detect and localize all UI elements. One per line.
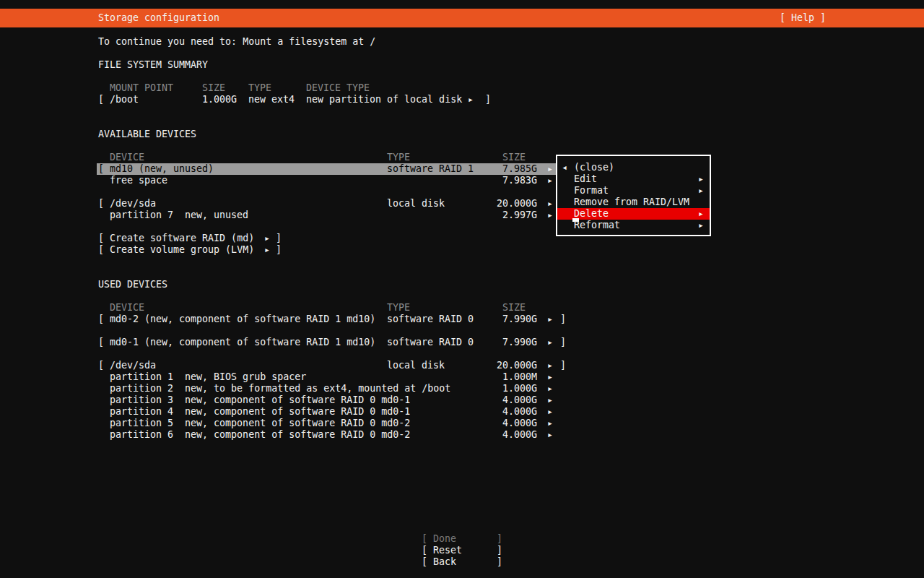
chevron-right-icon: ▸ — [698, 185, 704, 197]
chevron-right-icon: ▸ — [264, 233, 270, 244]
avail-row-sda-size: 20.000G — [450, 198, 537, 210]
chevron-right-icon: ▸ — [698, 220, 704, 231]
fs-row-boot-type: new ext4 — [248, 94, 295, 105]
fs-col-device-type: DEVICE TYPE — [306, 82, 370, 94]
row-partition7[interactable]: partition 7 new, unused — [110, 210, 248, 221]
menu-item-reformat: Reformat — [574, 220, 620, 231]
chevron-right-icon: ▸ — [698, 173, 704, 185]
help-button[interactable]: [ Help ] — [780, 12, 826, 24]
chevron-right-icon: ▸ — [547, 394, 553, 406]
storage-configuration-screen: { "palette": {"accent":"#e95420","danger… — [0, 0, 924, 578]
fs-row-boot-size: 1.000G — [202, 94, 237, 105]
row-partition6-size: 4.000G — [450, 429, 537, 441]
done-button: [ Done ] — [422, 533, 502, 545]
chevron-right-icon: ▸ — [547, 418, 553, 429]
fs-col-type: TYPE — [248, 82, 271, 94]
reset-button[interactable]: [ Reset ] — [422, 545, 502, 556]
row-partition7-size: 2.997G — [450, 210, 537, 221]
chevron-right-icon: ▸ — [264, 244, 270, 256]
menu-item-close[interactable]: (close) — [574, 162, 614, 173]
chevron-right-icon: ▸ — [547, 210, 553, 221]
chevron-right-icon: ▸ — [547, 429, 553, 441]
chevron-right-icon: ▸ — [547, 371, 553, 383]
row-md0-2-close-bracket: ] — [560, 314, 566, 325]
continue-requirement-text: To continue you need to: Mount a filesys… — [98, 36, 375, 48]
chevron-right-icon: ▸ — [547, 406, 553, 418]
row-partition3[interactable]: partition 3 new, component of software R… — [110, 394, 410, 406]
back-button[interactable]: [ Back ] — [422, 556, 502, 568]
avail-row-sda-type: local disk — [387, 198, 445, 210]
menu-item-remove-from-raid-lvm: Remove from RAID/LVM — [574, 197, 689, 208]
fs-row-boot-device-type: new partition of local disk — [306, 94, 462, 105]
used-row-sda[interactable]: [ /dev/sda — [98, 360, 156, 371]
row-md0-1-size: 7.990G — [450, 337, 537, 348]
avail-col-size: SIZE — [502, 152, 526, 163]
create-volume-group-button[interactable]: [ Create volume group (LVM) — [98, 244, 254, 256]
avail-row-sda[interactable]: [ /dev/sda — [98, 198, 156, 210]
row-partition5[interactable]: partition 5 new, component of software R… — [110, 418, 410, 429]
row-partition2[interactable]: partition 2 new, to be formatted as ext4… — [110, 383, 450, 394]
row-md0-2-size: 7.990G — [450, 314, 537, 325]
used-col-device: DEVICE — [110, 302, 144, 314]
row-free-space[interactable]: free space — [110, 175, 167, 186]
row-partition5-size: 4.000G — [450, 418, 537, 429]
chevron-right-icon: ▸ — [547, 337, 553, 348]
chevron-left-icon: ◂ — [562, 162, 567, 173]
delete-label-rest: elete — [580, 208, 609, 219]
row-md0-1[interactable]: [ md0-1 (new, component of software RAID… — [98, 337, 375, 348]
used-row-sda-close-bracket: ] — [560, 360, 566, 371]
menu-item-edit[interactable]: Edit — [574, 173, 597, 185]
create-software-raid-close-bracket: ] — [276, 233, 282, 244]
row-md10-focused[interactable]: [ md10 (new, unused) software RAID 1 7.9… — [97, 163, 556, 175]
fs-col-mount-point: MOUNT POINT — [110, 82, 173, 94]
row-partition3-size: 4.000G — [450, 394, 537, 406]
delete-hotkey: D — [574, 208, 580, 219]
chevron-right-icon: ▸ — [468, 94, 474, 105]
used-col-type: TYPE — [387, 302, 410, 314]
row-partition4[interactable]: partition 4 new, component of software R… — [110, 406, 410, 418]
row-partition1[interactable]: partition 1 new, BIOS grub spacer — [110, 371, 306, 383]
used-col-size: SIZE — [502, 302, 526, 314]
available-devices-heading: AVAILABLE DEVICES — [98, 129, 196, 140]
avail-col-type: TYPE — [387, 152, 410, 163]
chevron-right-icon: ▸ — [547, 360, 553, 371]
page-title: Storage configuration — [98, 12, 219, 24]
used-row-sda-size: 20.000G — [450, 360, 537, 371]
used-row-sda-type: local disk — [387, 360, 445, 371]
menu-item-format[interactable]: Format — [574, 185, 609, 197]
chevron-right-icon: ▸ — [547, 175, 553, 186]
titlebar: Storage configuration [ Help ] — [0, 9, 924, 27]
chevron-right-icon: ▸ — [698, 208, 704, 220]
device-context-menu: ◂ (close) Edit ▸ Format ▸ Remove from RA… — [556, 155, 711, 236]
chevron-right-icon: ▸ — [547, 198, 553, 210]
row-partition4-size: 4.000G — [450, 406, 537, 418]
row-md0-2[interactable]: [ md0-2 (new, component of software RAID… — [98, 314, 375, 325]
row-md10-size: 7.985G — [450, 163, 537, 175]
create-volume-group-close-bracket: ] — [276, 244, 282, 256]
used-devices-heading: USED DEVICES — [98, 279, 167, 290]
fs-row-boot-close-bracket: ] — [485, 94, 491, 105]
row-partition2-size: 1.000G — [450, 383, 537, 394]
row-partition1-size: 1.000M — [450, 371, 537, 383]
row-partition6[interactable]: partition 6 new, component of software R… — [110, 429, 410, 441]
fs-col-size: SIZE — [202, 82, 225, 94]
chevron-right-icon: ▸ — [547, 314, 553, 325]
row-free-space-size: 7.983G — [450, 175, 537, 186]
menu-item-delete[interactable]: Delete ▸ — [557, 208, 710, 220]
chevron-right-icon: ▸ — [547, 383, 553, 394]
fs-row-boot[interactable]: [ /boot — [98, 94, 139, 105]
row-md0-1-close-bracket: ] — [560, 337, 566, 348]
row-md10-label: [ md10 (new, unused) — [98, 163, 214, 175]
chevron-right-icon: ▸ — [547, 163, 553, 175]
avail-col-device: DEVICE — [110, 152, 144, 163]
fs-summary-heading: FILE SYSTEM SUMMARY — [98, 59, 208, 71]
create-software-raid-button[interactable]: [ Create software RAID (md) — [98, 233, 254, 244]
